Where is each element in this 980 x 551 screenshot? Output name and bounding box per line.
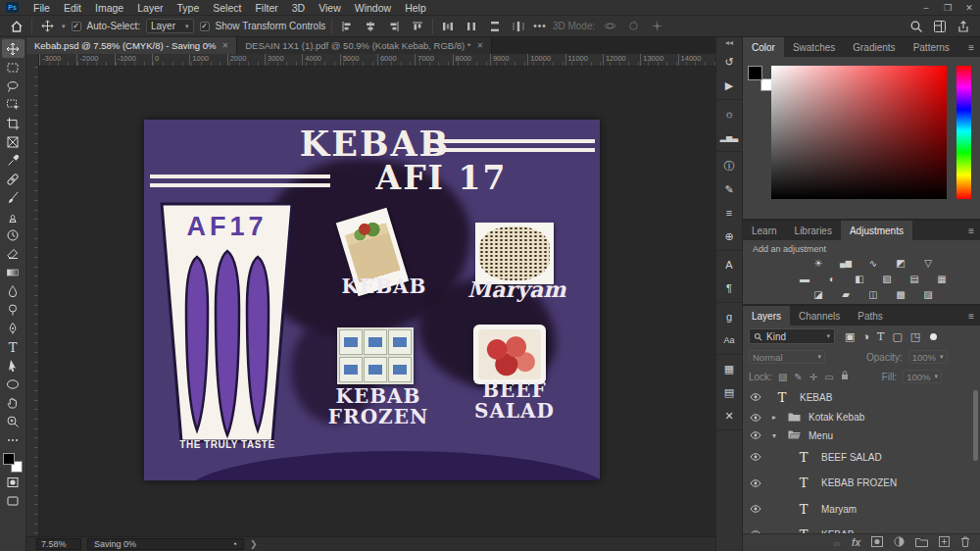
menu-select[interactable]: Select [206,2,248,14]
distribute-center-icon[interactable] [463,18,480,35]
tab-paths[interactable]: Paths [849,306,892,326]
hue-saturation-icon[interactable]: ▬ [796,272,814,286]
black-white-icon[interactable]: ◧ [851,272,869,286]
selective-color-icon[interactable]: ▨ [919,287,938,302]
tab-layers[interactable]: Layers [743,306,790,326]
filter-pixel-layers-icon[interactable]: ▣ [845,330,855,343]
tab-swatches[interactable]: Swatches [784,37,844,57]
menu-image[interactable]: Image [88,2,130,14]
vertical-ruler[interactable] [26,67,39,536]
filter-adjustment-layers-icon[interactable]: ◑ [862,330,869,342]
close-icon[interactable]: ✕ [221,41,228,50]
zoom-level-field[interactable]: 7.58% [36,538,81,550]
filter-shape-layers-icon[interactable]: ▢ [892,330,902,343]
lock-artboard-icon[interactable]: ▭ [824,372,833,382]
color-lookup-icon[interactable]: ▦ [933,272,952,286]
actions-icon[interactable]: ▶ [716,74,742,97]
home-icon[interactable] [8,18,25,35]
frame-tool[interactable] [2,132,24,151]
tab-gradients[interactable]: Gradients [844,37,904,57]
lock-pixels-icon[interactable]: ✎ [794,372,802,382]
new-layer-icon[interactable] [939,536,950,549]
edit-toolbar-icon[interactable] [2,430,24,449]
chevron-down-icon[interactable]: ▾ [62,23,66,30]
visibility-eye-icon[interactable] [747,393,764,401]
photo-filter-icon[interactable]: ▧ [878,272,897,286]
share-icon[interactable] [955,18,972,35]
lock-position-icon[interactable]: ✛ [809,372,817,382]
visibility-eye-icon[interactable] [747,414,764,422]
distribute-spacing-icon[interactable] [510,18,527,35]
threshold-icon[interactable]: ◫ [864,287,883,302]
history-icon[interactable]: ↺ [716,50,742,74]
paragraph-icon[interactable]: ¶ [716,276,742,300]
new-adjustment-layer-icon[interactable] [894,536,905,549]
status-chevron-icon[interactable]: ❯ [250,539,258,549]
auto-select-checkbox[interactable]: ✓ [72,22,81,31]
filtering-toggle[interactable] [930,333,937,340]
layer-row-beef-salad[interactable]: T BEEF SALAD [743,444,980,470]
gradient-tool[interactable] [2,263,24,281]
info-icon[interactable]: ⓘ [716,154,742,177]
design-canvas[interactable]: KEBAB AFI 17 AF17 THE TRULY TASTE [144,120,600,480]
tab-color[interactable]: Color [743,37,784,57]
dodge-tool[interactable] [2,300,24,319]
close-button[interactable]: ✕ [958,3,980,13]
document-tab-kebab[interactable]: Kebab.psd @ 7.58% (CMYK/8) - Saving 0% ✕ [26,37,237,54]
zoom-tool[interactable] [2,412,24,430]
canvas-workspace[interactable]: KEBAB AFI 17 AF17 THE TRULY TASTE [26,67,715,536]
lock-transparency-icon[interactable]: ▨ [778,372,787,382]
menu-window[interactable]: Window [348,2,398,14]
target-select[interactable]: Layer ▾ [146,19,194,33]
group-collapsed-caret[interactable]: ▸ [772,413,780,422]
menu-file[interactable]: File [26,2,57,14]
brushes-icon[interactable]: ≡ [716,201,742,225]
color-balance-icon[interactable]: ◐ [823,272,842,286]
link-layers-icon[interactable]: ∞ [833,537,841,549]
tab-libraries[interactable]: Libraries [786,221,841,240]
search-icon[interactable] [907,18,925,35]
saturation-brightness-field[interactable] [771,66,947,199]
vibrance-icon[interactable]: ▽ [919,256,938,271]
distribute-horizontal-icon[interactable] [439,18,457,35]
screen-mode-button[interactable] [2,491,24,510]
channel-mixer-icon[interactable]: ▤ [906,272,924,286]
brightness-contrast-icon[interactable]: ☀ [809,256,828,271]
menu-type[interactable]: Type [170,2,206,14]
horizontal-ruler[interactable]: -3000 -2000 -1000 0 1000 2000 3000 4000 … [39,54,715,66]
filter-kind-select[interactable]: Kind ▾ [749,328,835,344]
shape-tool[interactable] [2,375,24,393]
layer-row-maryam[interactable]: T Maryam [743,496,980,522]
more-options-icon[interactable]: ••• [533,21,547,31]
posterize-icon[interactable]: ▰ [837,287,856,302]
quick-mask-button[interactable] [2,473,24,491]
hand-tool[interactable] [2,393,24,412]
layer-row-kebab-frozen[interactable]: T KEBAB FROZEN [743,470,980,496]
tab-learn[interactable]: Learn [743,221,786,240]
tab-channels[interactable]: Channels [790,306,849,326]
lock-all-icon[interactable] [841,371,849,382]
add-layer-mask-icon[interactable] [871,536,883,549]
history-brush-tool[interactable] [2,225,24,244]
menu-help[interactable]: Help [398,2,433,14]
filter-smart-objects-icon[interactable]: ◳ [910,330,920,343]
panel-menu-icon[interactable]: ≡ [962,306,980,326]
exposure-icon[interactable]: ◩ [892,256,910,271]
visibility-eye-icon[interactable] [747,505,764,513]
object-selection-tool[interactable] [2,95,24,114]
opacity-field[interactable]: 100% ▾ [908,350,948,364]
minimize-button[interactable]: – [915,3,937,13]
color-panel-swatches[interactable] [748,66,773,91]
move-tool-icon[interactable] [38,18,56,35]
expand-panels-icon[interactable]: ◂◂ [725,38,733,48]
levels-icon[interactable]: ▄▆ [837,256,856,271]
menu-view[interactable]: View [312,2,348,14]
visibility-eye-icon[interactable] [747,479,764,487]
tab-patterns[interactable]: Patterns [905,37,958,57]
menu-3d[interactable]: 3D [285,2,312,14]
foreground-background-swatches[interactable] [3,453,23,473]
brush-settings-icon[interactable]: ✎ [716,177,742,201]
distribute-vertical-icon[interactable] [486,18,504,35]
restore-button[interactable]: ❒ [937,3,958,13]
tab-adjustments[interactable]: Adjustments [841,221,912,240]
